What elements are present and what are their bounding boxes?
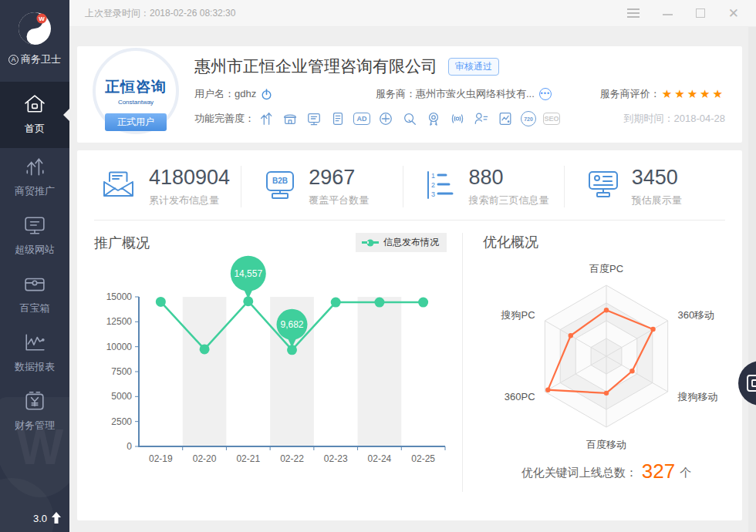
feature-broadcast-icon[interactable]: [449, 110, 466, 127]
svg-text:02-22: 02-22: [280, 453, 304, 464]
feature-seo-icon[interactable]: SEO: [543, 113, 560, 125]
svg-text:02-20: 02-20: [193, 453, 217, 464]
last-login-time: 上次登录时间：2018-02-26 08:32:30: [85, 7, 235, 20]
feature-search-icon[interactable]: [401, 110, 418, 127]
feature-chart-card-icon[interactable]: [497, 110, 514, 127]
minimize-icon[interactable]: [663, 11, 673, 15]
svg-text:15000: 15000: [106, 291, 133, 302]
svg-text:360移动: 360移动: [677, 309, 714, 321]
b2b-monitor-icon: B2B: [263, 170, 297, 203]
app-logo-icon: W: [17, 11, 52, 46]
version-label: 3.0: [33, 513, 47, 524]
stat-value: 2967: [309, 166, 369, 190]
sidebar-item-label: 首页: [25, 122, 45, 136]
sidebar-item-home[interactable]: 首页: [0, 82, 69, 148]
company-logo-text: 正恒咨询: [105, 77, 167, 97]
line-chart[interactable]: 025005000750010000125001500002-1902-2002…: [94, 252, 457, 480]
line-legend[interactable]: 信息发布情况: [356, 233, 447, 252]
stat-label: 覆盖平台数量: [309, 194, 369, 207]
feature-panorama-icon[interactable]: 720: [521, 111, 536, 126]
company-avatar[interactable]: 正恒咨询 Constantway 正式用户: [89, 48, 182, 140]
ranking-list-icon: 1 2 3: [425, 170, 457, 203]
svg-text:搜狗PC: 搜狗PC: [501, 309, 535, 321]
envelope-icon: [102, 170, 137, 203]
company-header-card: 正恒咨询 Constantway 正式用户 惠州市正恒企业管理咨询有限公司 审核…: [77, 46, 742, 143]
svg-text:搜狗移动: 搜狗移动: [677, 391, 717, 402]
feature-monitor-icon[interactable]: [305, 110, 322, 127]
stat-label: 搜索前三页信息量: [469, 194, 549, 207]
brand-badge-icon: A: [8, 55, 19, 65]
sidebar-item-trade-promotion[interactable]: 商贸推广: [0, 148, 69, 207]
stat-published-info: 4180904 累计发布信息量: [94, 166, 241, 207]
sidebar-item-label: 百宝箱: [20, 301, 50, 315]
stat-estimated-display: 3450 预估展示量: [564, 166, 725, 207]
app-brand: W A 商务卫士: [0, 0, 69, 76]
stat-platform-coverage: B2B 2967 覆盖平台数量: [241, 166, 402, 207]
svg-text:360PC: 360PC: [505, 391, 535, 402]
svg-text:2: 2: [431, 181, 435, 189]
close-icon[interactable]: ✕: [728, 5, 739, 22]
topbar: 上次登录时间：2018-02-26 08:32:30 ✕: [69, 0, 756, 27]
svg-text:百度PC: 百度PC: [589, 263, 623, 274]
panel-title: 优化概况: [483, 233, 538, 251]
svg-text:02-24: 02-24: [368, 453, 392, 464]
feature-gauge-icon[interactable]: [377, 110, 394, 127]
audit-status-badge: 审核通过: [448, 58, 499, 76]
sidebar-item-toolbox[interactable]: 百宝箱: [0, 265, 69, 324]
stat-top3-pages: 1 2 3 880 搜索前三页信息量: [403, 166, 564, 207]
keyword-total-line: 优化关键词上线总数：327个: [483, 460, 730, 483]
svg-text:3: 3: [431, 190, 435, 198]
stat-label: 预估展示量: [632, 194, 682, 207]
report-chart-icon: [24, 332, 46, 355]
panel-title: 推广概况: [94, 234, 150, 252]
home-icon: [23, 94, 46, 116]
upgrade-arrow-icon: [51, 512, 62, 524]
company-logo-subtext: Constantway: [118, 99, 154, 106]
provider-field: 服务商：惠州市萤火虫网络科技有... •••: [376, 87, 552, 101]
svg-text:02-25: 02-25: [411, 453, 435, 464]
version-indicator[interactable]: 3.0: [33, 512, 62, 524]
feature-icons-row: AD 720 SEO: [258, 110, 560, 127]
monitor-icon: [24, 215, 46, 237]
charts-row: 推广概况 信息发布情况 0250050007500100001250015000…: [94, 221, 725, 492]
power-icon[interactable]: [261, 89, 272, 100]
username-field: 用户名：gdhz: [194, 87, 376, 101]
svg-text:W: W: [39, 15, 45, 22]
svg-text:5000: 5000: [111, 391, 132, 402]
svg-text:02-21: 02-21: [236, 453, 260, 464]
svg-text:9,682: 9,682: [280, 319, 303, 330]
sidebar-item-label: 超级网站: [15, 243, 55, 257]
provider-more-icon[interactable]: •••: [539, 88, 552, 100]
radar-chart[interactable]: 百度PC360移动搜狗移动百度移动360PC搜狗PC: [483, 256, 730, 458]
svg-text:1: 1: [431, 172, 435, 180]
sidebar: W A 商务卫士 首页: [0, 0, 69, 532]
feature-shop-icon[interactable]: [282, 110, 299, 127]
sidebar-item-super-website[interactable]: 超级网站: [0, 207, 69, 265]
user-type-ribbon: 正式用户: [105, 113, 167, 131]
svg-text:7500: 7500: [111, 366, 132, 377]
features-label: 功能完善度：: [194, 112, 255, 126]
stat-label: 累计发布信息量: [149, 194, 230, 207]
svg-text:2500: 2500: [111, 416, 132, 427]
feature-medal-icon[interactable]: [425, 110, 442, 127]
display-screen-icon: [586, 170, 620, 203]
scrollbar-track[interactable]: [748, 27, 756, 532]
sidebar-item-label: 商贸推广: [15, 184, 55, 198]
window-controls: ✕: [627, 5, 756, 22]
main-content: 正恒咨询 Constantway 正式用户 惠州市正恒企业管理咨询有限公司 审核…: [69, 27, 756, 532]
sidebar-item-data-report[interactable]: 数据报表: [0, 324, 69, 382]
provider-rating: 服务商评价： ★★★★★: [600, 87, 725, 101]
maximize-icon[interactable]: [696, 8, 705, 18]
feature-document-icon[interactable]: [329, 110, 346, 127]
menu-icon[interactable]: [627, 8, 640, 18]
legend-marker-icon: [362, 241, 379, 244]
star-rating-icons: ★★★★★: [662, 87, 725, 101]
feature-promotion-icon[interactable]: [258, 110, 275, 127]
company-name: 惠州市正恒企业管理咨询有限公司: [194, 56, 437, 77]
svg-text:02-19: 02-19: [149, 453, 173, 464]
feature-contact-icon[interactable]: [473, 110, 490, 127]
expire-date: 到期时间：2018-04-28: [624, 112, 726, 126]
feature-ad-icon[interactable]: AD: [353, 113, 370, 125]
svg-text:14,557: 14,557: [234, 268, 262, 279]
svg-text:0: 0: [127, 441, 132, 452]
